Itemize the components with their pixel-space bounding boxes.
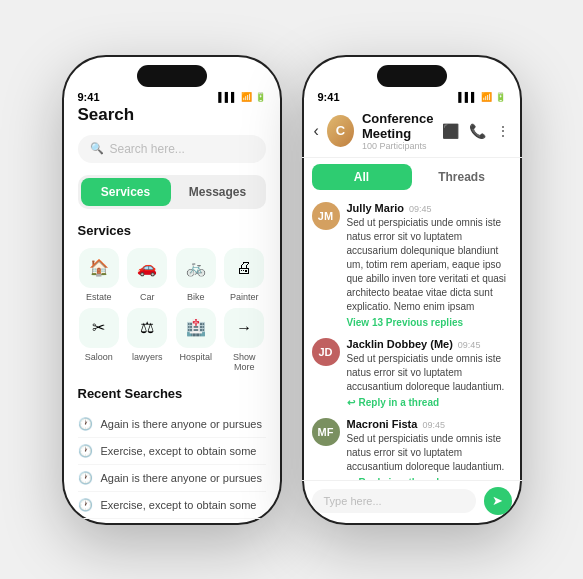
avatar-macroni: MF: [312, 418, 340, 446]
service-more[interactable]: → Show More: [223, 308, 266, 372]
recent-item-0[interactable]: 🕐 Again is there anyone or pursues: [78, 411, 266, 438]
msg-header-jacklin: Jacklin Dobbey (Me) 09:45: [347, 338, 512, 350]
service-lawyers[interactable]: ⚖ lawyers: [126, 308, 169, 372]
hospital-icon: 🏥: [176, 308, 216, 348]
avatar-jacklin: JD: [312, 338, 340, 366]
input-placeholder: Type here...: [324, 495, 382, 507]
chat-input[interactable]: Type here...: [312, 489, 476, 513]
avatar-jully: JM: [312, 202, 340, 230]
clock-icon-1: 🕐: [78, 444, 93, 458]
dynamic-island-right: [377, 65, 447, 87]
left-phone: 9:41 ▌▌▌ 📶 🔋 Search 🔍 Search here... Ser…: [62, 55, 282, 525]
painter-icon: 🖨: [224, 248, 264, 288]
right-phone-inner: ‹ C Conference Meeting 100 Participants …: [302, 105, 522, 521]
service-hospital[interactable]: 🏥 Hospital: [175, 308, 218, 372]
car-icon: 🚗: [127, 248, 167, 288]
video-call-icon[interactable]: ⬛: [442, 123, 459, 139]
battery-icon-r: 🔋: [495, 92, 506, 102]
search-bar[interactable]: 🔍 Search here...: [78, 135, 266, 163]
msg-content-jully: Jully Mario 09:45 Sed ut perspiciatis un…: [347, 202, 512, 328]
msg-time-jacklin: 09:45: [458, 340, 481, 350]
recent-text-1: Exercise, except to obtain some: [101, 445, 257, 457]
tab-services[interactable]: Services: [81, 178, 171, 206]
clock-icon-2: 🕐: [78, 471, 93, 485]
msg-header-macroni: Macroni Fista 09:45: [347, 418, 512, 430]
page-title: Search: [78, 105, 266, 125]
lawyers-label: lawyers: [132, 352, 163, 362]
status-icons-right: ▌▌▌ 📶 🔋: [458, 92, 505, 102]
estate-icon: 🏠: [79, 248, 119, 288]
msg-name-jully: Jully Mario: [347, 202, 404, 214]
signal-icon: ▌▌▌: [218, 92, 237, 102]
reply-label-jacklin: Reply in a thread: [359, 397, 440, 408]
msg-text-macroni: Sed ut perspiciatis unde omnis iste natu…: [347, 432, 512, 474]
left-phone-content: Search 🔍 Search here... Services Message…: [62, 105, 282, 525]
reply-arrow-icon: ↩: [347, 397, 355, 408]
chat-header: ‹ C Conference Meeting 100 Participants …: [302, 105, 522, 158]
more-label: Show More: [223, 352, 266, 372]
service-bike[interactable]: 🚲 Bike: [175, 248, 218, 302]
bike-label: Bike: [187, 292, 205, 302]
service-estate[interactable]: 🏠 Estate: [78, 248, 121, 302]
msg-time-macroni: 09:45: [422, 420, 445, 430]
msg-name-macroni: Macroni Fista: [347, 418, 418, 430]
chat-tabs: All Threads: [302, 158, 522, 196]
recent-item-1[interactable]: 🕐 Exercise, except to obtain some: [78, 438, 266, 465]
chat-avatar: C: [327, 115, 354, 147]
view-replies-btn[interactable]: View 13 Previous replies: [347, 317, 512, 328]
lawyers-icon: ⚖: [127, 308, 167, 348]
phones-container: 9:41 ▌▌▌ 📶 🔋 Search 🔍 Search here... Ser…: [62, 55, 522, 525]
tab-all[interactable]: All: [312, 164, 412, 190]
recent-searches-list: 🕐 Again is there anyone or pursues 🕐 Exe…: [78, 411, 266, 525]
status-icons-left: ▌▌▌ 📶 🔋: [218, 92, 265, 102]
recent-item-2[interactable]: 🕐 Again is there anyone or pursues: [78, 465, 266, 492]
time-left: 9:41: [78, 91, 100, 103]
msg-content-macroni: Macroni Fista 09:45 Sed ut perspiciatis …: [347, 418, 512, 480]
car-label: Car: [140, 292, 155, 302]
wifi-icon-r: 📶: [481, 92, 492, 102]
chat-actions: ⬛ 📞 ⋮: [442, 123, 510, 139]
tab-threads[interactable]: Threads: [412, 164, 512, 190]
messages-list: JM Jully Mario 09:45 Sed ut perspiciatis…: [302, 196, 522, 480]
chat-name: Conference Meeting: [362, 111, 434, 141]
painter-label: Painter: [230, 292, 259, 302]
recent-item-4[interactable]: 🕐 Again is there anyone or pursues: [78, 519, 266, 525]
services-grid: 🏠 Estate 🚗 Car 🚲 Bike 🖨 Painter ✂: [78, 248, 266, 372]
recent-text-2: Again is there anyone or pursues: [101, 472, 262, 484]
phone-call-icon[interactable]: 📞: [469, 123, 486, 139]
bike-icon: 🚲: [176, 248, 216, 288]
reply-thread-jacklin[interactable]: ↩ Reply in a thread: [347, 397, 512, 408]
status-bar-left: 9:41 ▌▌▌ 📶 🔋: [62, 87, 282, 105]
saloon-label: Saloon: [85, 352, 113, 362]
msg-header-jully: Jully Mario 09:45: [347, 202, 512, 214]
battery-icon: 🔋: [255, 92, 266, 102]
clock-icon-3: 🕐: [78, 498, 93, 512]
chat-sub: 100 Participants: [362, 141, 434, 151]
service-painter[interactable]: 🖨 Painter: [223, 248, 266, 302]
chat-header-info: Conference Meeting 100 Participants: [362, 111, 434, 151]
dynamic-island-left: [137, 65, 207, 87]
status-bar-right: 9:41 ▌▌▌ 📶 🔋: [302, 87, 522, 105]
msg-name-jacklin: Jacklin Dobbey (Me): [347, 338, 453, 350]
send-button[interactable]: ➤: [484, 487, 512, 515]
back-button[interactable]: ‹: [314, 122, 319, 140]
search-icon: 🔍: [90, 142, 104, 155]
message-macroni: MF Macroni Fista 09:45 Sed ut perspiciat…: [312, 418, 512, 480]
msg-time-jully: 09:45: [409, 204, 432, 214]
service-saloon[interactable]: ✂ Saloon: [78, 308, 121, 372]
more-icon: →: [224, 308, 264, 348]
time-right: 9:41: [318, 91, 340, 103]
tab-messages[interactable]: Messages: [173, 178, 263, 206]
msg-text-jully: Sed ut perspiciatis unde omnis iste natu…: [347, 216, 512, 314]
clock-icon-0: 🕐: [78, 417, 93, 431]
search-placeholder: Search here...: [110, 142, 185, 156]
recent-item-3[interactable]: 🕐 Exercise, except to obtain some: [78, 492, 266, 519]
recent-searches-title: Recent Searches: [78, 386, 266, 401]
right-phone: 9:41 ▌▌▌ 📶 🔋 ‹ C Conference Meeting 100 …: [302, 55, 522, 525]
chat-input-bar: Type here... ➤: [302, 480, 522, 521]
hospital-label: Hospital: [179, 352, 212, 362]
estate-label: Estate: [86, 292, 112, 302]
service-car[interactable]: 🚗 Car: [126, 248, 169, 302]
message-jacklin: JD Jacklin Dobbey (Me) 09:45 Sed ut pers…: [312, 338, 512, 408]
more-options-icon[interactable]: ⋮: [496, 123, 510, 139]
